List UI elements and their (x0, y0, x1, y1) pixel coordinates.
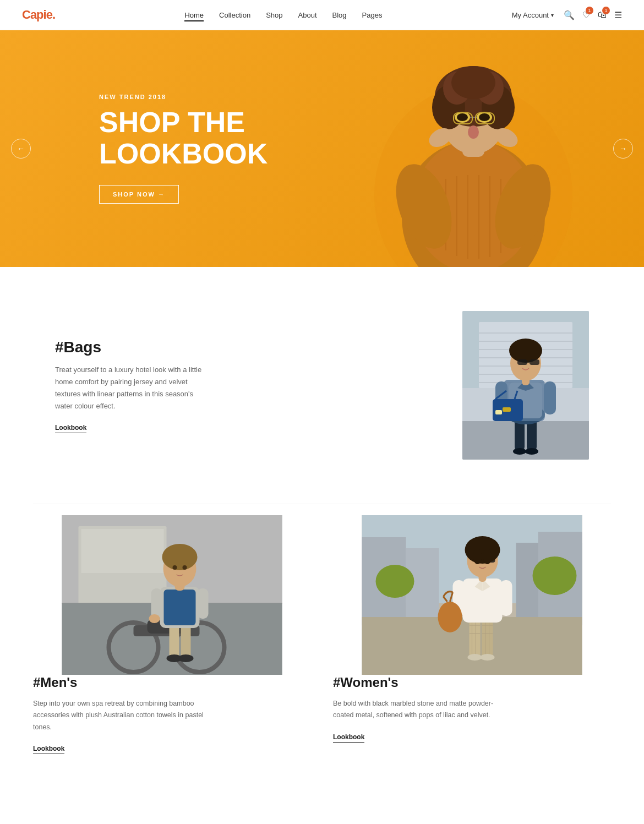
svg-rect-78 (198, 588, 209, 619)
svg-point-56 (509, 339, 542, 363)
womens-lookbook-link[interactable]: Lookbook (333, 733, 364, 743)
svg-point-22 (479, 113, 490, 121)
womens-image (333, 515, 611, 675)
svg-point-119 (465, 536, 500, 564)
bags-lookbook-link[interactable]: Lookbook (55, 424, 86, 433)
cart-button[interactable]: 🛍 1 (598, 10, 607, 20)
navbar: Capie. Home Collection Shop About Blog P… (0, 0, 644, 30)
svg-point-82 (162, 544, 198, 570)
menu-button[interactable]: ☰ (614, 10, 622, 20)
svg-point-91 (533, 556, 577, 595)
svg-point-104 (468, 654, 482, 661)
mens-lookbook-link[interactable]: Lookbook (33, 745, 64, 754)
mens-image (33, 515, 311, 675)
nav-link-pages[interactable]: Pages (362, 11, 383, 19)
mens-description: Step into your own spa retreat by combin… (33, 698, 209, 733)
svg-point-26 (468, 125, 479, 139)
womens-description: Be bold with black marbled stone and mat… (333, 698, 509, 722)
wishlist-badge: 1 (586, 7, 593, 14)
bags-description: Treat yourself to a luxury hotel look wi… (55, 364, 204, 412)
cart-badge: 1 (602, 7, 610, 14)
hero-illustration (369, 30, 578, 267)
brand-name: Capie (22, 8, 52, 21)
bags-illustration (462, 311, 589, 460)
nav-link-about[interactable]: About (298, 11, 317, 19)
account-label: My Account (512, 11, 549, 19)
svg-rect-49 (544, 381, 556, 414)
mens-text: #Men's Step into your own spa retreat by… (33, 675, 311, 753)
svg-rect-77 (151, 588, 162, 619)
search-icon: 🔍 (564, 10, 575, 20)
womens-item: #Women's Be bold with black marbled ston… (333, 515, 611, 753)
hero-title-line2: LOOKBOOK (99, 138, 268, 170)
svg-point-18 (451, 66, 495, 99)
hero-title: SHOP THE LOOKBOOK (99, 107, 268, 170)
svg-point-121 (483, 549, 492, 564)
bags-image-container (344, 311, 589, 460)
search-button[interactable]: 🔍 (564, 10, 575, 20)
svg-point-74 (178, 654, 194, 662)
svg-point-105 (481, 654, 495, 661)
nav-item-blog[interactable]: Blog (332, 10, 347, 20)
chevron-down-icon: ▾ (551, 12, 554, 18)
nav-item-shop[interactable]: Shop (266, 10, 282, 20)
svg-rect-110 (500, 580, 512, 616)
womens-text: #Women's Be bold with black marbled ston… (333, 675, 611, 741)
brand-logo[interactable]: Capie. (22, 8, 55, 22)
svg-point-21 (457, 113, 468, 121)
hero-section: ← NEW TREND 2018 SHOP THE LOOKBOOK SHOP … (0, 30, 644, 267)
bags-text: #Bags Treat yourself to a luxury hotel l… (55, 339, 300, 432)
svg-point-42 (513, 448, 526, 455)
svg-point-111 (438, 602, 462, 632)
arrow-left-icon: ← (17, 144, 25, 153)
nav-link-blog[interactable]: Blog (332, 11, 347, 19)
hero-next-button[interactable]: → (613, 139, 633, 159)
bags-hashtag: #Bags (55, 339, 300, 356)
navbar-right: My Account ▾ 🔍 ♡ 1 🛍 1 ☰ (512, 10, 622, 20)
womens-hashtag: #Women's (333, 675, 611, 690)
svg-point-120 (473, 549, 482, 564)
hero-subtitle: NEW TREND 2018 (99, 94, 268, 100)
brand-dot: . (52, 8, 55, 21)
hero-model-image (369, 30, 578, 267)
nav-item-home[interactable]: Home (184, 10, 204, 20)
svg-rect-76 (164, 590, 196, 625)
account-menu[interactable]: My Account ▾ (512, 11, 554, 19)
main-nav: Home Collection Shop About Blog Pages (184, 10, 382, 20)
mens-hashtag: #Men's (33, 675, 311, 690)
wishlist-button[interactable]: ♡ 1 (582, 10, 590, 20)
hero-title-line1: SHOP THE (99, 106, 245, 138)
hero-cta-button[interactable]: SHOP NOW → (99, 185, 179, 204)
mens-illustration (33, 515, 311, 675)
mens-item: #Men's Step into your own spa retreat by… (33, 515, 311, 753)
svg-rect-53 (503, 407, 511, 412)
svg-rect-64 (81, 529, 164, 573)
bags-image (462, 311, 589, 460)
svg-point-84 (183, 565, 187, 570)
hamburger-icon: ☰ (614, 10, 622, 20)
svg-rect-94 (470, 617, 481, 658)
svg-point-43 (525, 448, 538, 455)
womens-illustration (333, 515, 611, 675)
svg-rect-60 (495, 410, 502, 414)
svg-point-83 (173, 565, 177, 570)
svg-rect-95 (482, 617, 493, 658)
hero-content: NEW TREND 2018 SHOP THE LOOKBOOK SHOP NO… (0, 94, 268, 204)
bags-section: #Bags Treat yourself to a luxury hotel l… (0, 267, 644, 504)
svg-rect-39 (462, 421, 589, 460)
svg-rect-58 (530, 359, 539, 365)
nav-link-collection[interactable]: Collection (219, 11, 250, 19)
nav-link-home[interactable]: Home (184, 11, 204, 21)
svg-point-92 (376, 565, 414, 598)
nav-item-about[interactable]: About (298, 10, 317, 20)
hero-prev-button[interactable]: ← (11, 139, 31, 159)
svg-rect-57 (517, 359, 527, 365)
arrow-right-icon: → (619, 144, 627, 153)
nav-item-collection[interactable]: Collection (219, 10, 250, 20)
svg-point-79 (149, 614, 160, 623)
navbar-icons: 🔍 ♡ 1 🛍 1 ☰ (564, 10, 622, 20)
nav-item-pages[interactable]: Pages (362, 10, 383, 20)
nav-link-shop[interactable]: Shop (266, 11, 282, 19)
grid-section: #Men's Step into your own spa retreat by… (0, 504, 644, 797)
